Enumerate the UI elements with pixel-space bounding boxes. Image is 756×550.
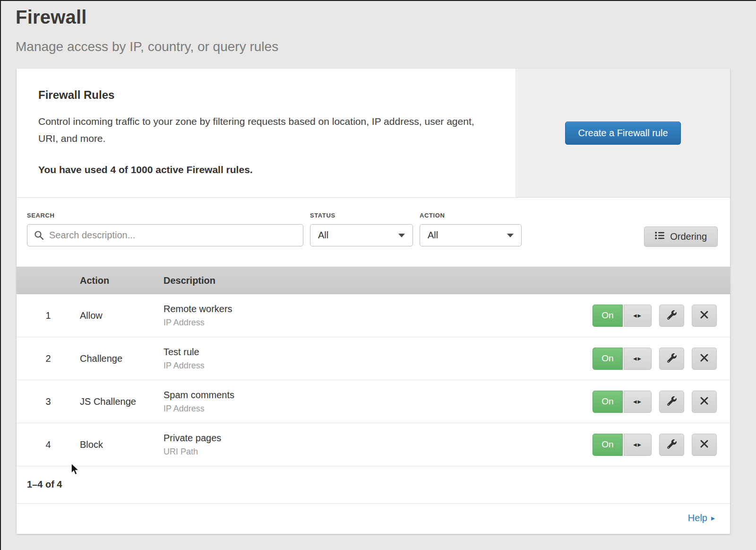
left-right-arrows-icon: ◂▸ (633, 354, 642, 363)
rule-action: JS Challenge (80, 396, 163, 407)
overview-section: Firewall Rules Control incoming traffic … (17, 69, 730, 198)
rule-reorder-button[interactable]: ◂▸ (624, 434, 652, 456)
search-input[interactable] (27, 224, 303, 246)
close-icon (700, 354, 708, 363)
edit-rule-button[interactable] (659, 305, 684, 327)
arrow-right-icon: ▸ (711, 514, 715, 523)
rule-match-type: URI Path (163, 447, 579, 457)
rule-priority: 1 (17, 310, 80, 321)
close-icon (700, 440, 708, 449)
ordering-wrap: Ordering (644, 212, 718, 247)
chevron-down-icon (398, 234, 405, 237)
help-row: Help ▸ (17, 504, 730, 534)
page-subtitle: Manage access by IP, country, or query r… (1, 39, 756, 54)
edit-rule-button[interactable] (659, 348, 684, 370)
rule-toggle-group: On ◂▸ (593, 305, 652, 327)
delete-rule-button[interactable] (692, 348, 717, 370)
card-description: Control incoming traffic to your zone by… (38, 113, 485, 147)
status-label: STATUS (310, 212, 413, 219)
delete-rule-button[interactable] (692, 391, 717, 413)
rule-enabled-toggle[interactable]: On (593, 391, 623, 413)
rule-match-type: IP Address (163, 361, 579, 371)
table-row: 4 Block Private pages URI Path On ◂▸ (17, 423, 730, 466)
rule-enabled-toggle[interactable]: On (593, 348, 623, 370)
rule-enabled-toggle[interactable]: On (593, 434, 623, 456)
delete-rule-button[interactable] (692, 434, 717, 456)
filter-bar: SEARCH STATUS All ACTION All (17, 198, 730, 267)
rule-reorder-button[interactable]: ◂▸ (624, 391, 652, 413)
table-row: 2 Challenge Test rule IP Address On ◂▸ (17, 337, 730, 380)
wrench-icon (667, 439, 677, 450)
rule-match-type: IP Address (163, 318, 579, 328)
status-select[interactable]: All (310, 224, 413, 246)
left-right-arrows-icon: ◂▸ (633, 397, 642, 406)
close-icon (700, 311, 708, 320)
card-heading: Firewall Rules (38, 88, 487, 102)
rule-priority: 2 (17, 353, 80, 364)
help-link[interactable]: Help ▸ (688, 513, 715, 524)
search-filter-group: SEARCH (27, 212, 303, 247)
firewall-rules-card: Firewall Rules Control incoming traffic … (17, 69, 730, 534)
help-link-label: Help (688, 513, 707, 524)
create-firewall-rule-button[interactable]: Create a Firewall rule (565, 122, 680, 145)
status-filter-group: STATUS All (310, 212, 413, 247)
rule-enabled-toggle[interactable]: On (593, 305, 623, 327)
ordering-button-label: Ordering (670, 231, 707, 242)
rule-action: Challenge (80, 353, 163, 364)
action-select-value: All (428, 230, 438, 241)
edit-rule-button[interactable] (659, 434, 684, 456)
rule-priority: 4 (17, 439, 80, 450)
ordered-list-icon (655, 231, 664, 242)
rule-description: Spam comments (163, 390, 579, 401)
search-label: SEARCH (27, 212, 303, 219)
rule-description: Test rule (163, 347, 579, 358)
table-row: 1 Allow Remote workers IP Address On ◂▸ (17, 294, 730, 337)
edit-rule-button[interactable] (659, 391, 684, 413)
table-row: 3 JS Challenge Spam comments IP Address … (17, 380, 730, 423)
rule-toggle-group: On ◂▸ (593, 391, 652, 413)
rule-toggle-group: On ◂▸ (593, 348, 652, 370)
wrench-icon (667, 310, 677, 321)
status-select-value: All (318, 230, 328, 241)
delete-rule-button[interactable] (692, 305, 717, 327)
rule-reorder-button[interactable]: ◂▸ (624, 348, 652, 370)
rule-toggle-group: On ◂▸ (593, 434, 652, 456)
rule-action: Block (80, 439, 163, 450)
rule-match-type: IP Address (163, 404, 579, 414)
rule-priority: 3 (17, 396, 80, 407)
action-filter-group: ACTION All (420, 212, 522, 247)
search-field-wrap (27, 224, 303, 246)
page-title: Firewall (1, 1, 756, 28)
pagination: 1–4 of 4 (17, 466, 730, 504)
rule-description: Remote workers (163, 304, 579, 314)
action-label: ACTION (420, 212, 522, 219)
overview-side-panel: Create a Firewall rule (515, 69, 730, 197)
left-right-arrows-icon: ◂▸ (633, 440, 642, 449)
wrench-icon (667, 353, 677, 364)
usage-summary: You have used 4 of 1000 active Firewall … (38, 164, 487, 175)
left-right-arrows-icon: ◂▸ (633, 311, 642, 320)
rule-action: Allow (80, 310, 163, 321)
action-column-header: Action (80, 275, 163, 286)
rule-reorder-button[interactable]: ◂▸ (624, 305, 652, 327)
action-select[interactable]: All (420, 224, 522, 246)
ordering-button[interactable]: Ordering (644, 227, 718, 247)
overview-text: Firewall Rules Control incoming traffic … (17, 69, 515, 197)
description-column-header: Description (163, 275, 579, 286)
close-icon (700, 397, 708, 406)
chevron-down-icon (507, 234, 514, 237)
rule-description: Private pages (163, 433, 579, 444)
wrench-icon (667, 396, 677, 407)
table-header: Action Description (17, 267, 730, 294)
